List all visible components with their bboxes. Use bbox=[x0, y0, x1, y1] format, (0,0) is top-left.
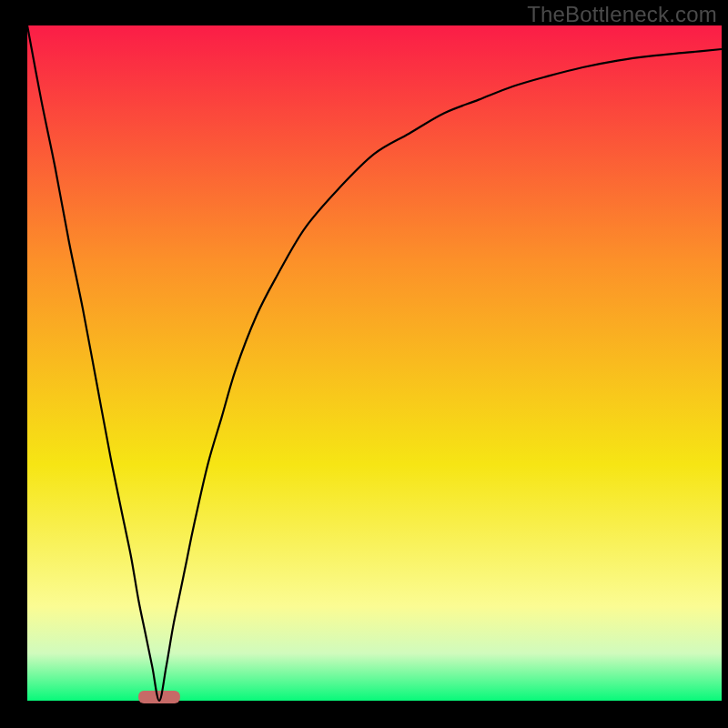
chart-frame: TheBottleneck.com bbox=[0, 0, 728, 728]
watermark-text: TheBottleneck.com bbox=[527, 2, 717, 27]
bottleneck-chart bbox=[0, 0, 728, 728]
plot-background bbox=[27, 25, 722, 701]
